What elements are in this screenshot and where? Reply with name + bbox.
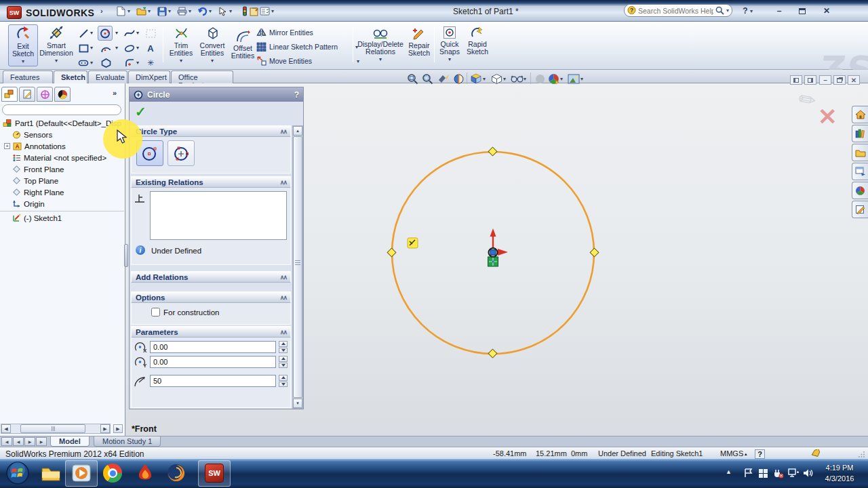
dropdown-icon[interactable]: ▾	[560, 76, 563, 82]
tab-model[interactable]: Model	[50, 436, 90, 447]
units-dropdown-icon[interactable]: ▴	[745, 451, 747, 457]
new-document-button[interactable]	[115, 5, 127, 17]
dropdown-icon[interactable]: ▾	[168, 8, 171, 14]
dropdown-icon[interactable]: ▾	[271, 8, 274, 14]
tree-item-sensors[interactable]: Sensors	[12, 129, 52, 140]
scroll-right-icon[interactable]: ▶	[100, 424, 110, 433]
dropdown-icon[interactable]: ▾	[189, 8, 191, 14]
dropdown-icon[interactable]: ▾	[524, 76, 526, 82]
dropdown-icon[interactable]: ▾	[503, 76, 506, 82]
taskbar-solidworks-button[interactable]: SW	[205, 464, 224, 483]
tab-evaluate[interactable]: Evaluate	[88, 70, 127, 83]
dropdown-icon[interactable]: ▾	[136, 45, 139, 51]
construction-geometry-button[interactable]	[144, 27, 157, 39]
search-icon[interactable]	[715, 6, 724, 15]
tab-sketch[interactable]: Sketch	[54, 70, 87, 83]
ellipse-tool-button[interactable]	[123, 42, 136, 54]
dropdown-icon[interactable]: ▾	[448, 56, 451, 63]
dropdown-icon[interactable]: ▾	[379, 56, 382, 63]
panel-expand-icon[interactable]: ▶	[113, 424, 123, 433]
last-tab-icon[interactable]: ▶	[36, 437, 47, 446]
fillet-tool-button[interactable]	[123, 57, 136, 69]
tab-features[interactable]: Features	[3, 70, 53, 83]
panel-splitter[interactable]	[124, 244, 128, 267]
prev-tab-icon[interactable]: ◀	[13, 437, 24, 446]
dropdown-icon[interactable]: ▾	[136, 60, 139, 66]
rectangle-tool-button[interactable]	[77, 42, 90, 54]
next-tab-icon[interactable]: ▶	[24, 437, 35, 446]
dropdown-icon[interactable]: ▾	[115, 45, 118, 51]
offset-entities-button[interactable]: Offset Entities	[228, 30, 258, 60]
linear-pattern-button[interactable]: Linear Sketch Pattern ▾	[256, 42, 358, 52]
dropdown-icon[interactable]: ▾	[211, 57, 214, 64]
quick-tips-button[interactable]: ?	[755, 449, 765, 459]
dropdown-icon[interactable]: ▾	[22, 58, 24, 65]
tree-hscrollbar[interactable]: ◀ ▶	[1, 424, 111, 434]
section-parameters[interactable]: Parameters ∧∧	[131, 326, 291, 338]
section-options[interactable]: Options ∧∧	[131, 291, 291, 303]
tree-item-origin[interactable]: Origin	[12, 198, 45, 209]
tab-motion-study[interactable]: Motion Study 1	[94, 436, 161, 447]
tree-item-part[interactable]: Part1 (Default<<Default>_Disp	[3, 117, 121, 129]
tree-filter-input[interactable]	[5, 105, 125, 115]
radius-input[interactable]	[150, 375, 276, 387]
action-center-icon[interactable]	[743, 468, 753, 478]
search-input[interactable]	[638, 7, 713, 15]
search-box[interactable]: ? ▾	[624, 4, 732, 17]
dropdown-icon[interactable]: ▾	[229, 8, 232, 14]
tree-item-annotations[interactable]: + A Annotations	[4, 140, 66, 152]
line-tool-button[interactable]	[77, 27, 90, 39]
convert-entities-button[interactable]: Convert Entities ▾	[197, 26, 228, 64]
tag-icon[interactable]	[811, 449, 821, 458]
dropdown-icon[interactable]: ▾	[55, 57, 58, 64]
tree-item-sketch1[interactable]: (-) Sketch1	[12, 212, 62, 224]
exit-sketch-button[interactable]: Exit Sketch ▾	[8, 24, 38, 66]
move-entities-button[interactable]: Move Entities ▾	[256, 56, 359, 66]
tree-filter-box[interactable]	[2, 104, 121, 115]
arc-tool-button[interactable]	[100, 42, 112, 54]
spline-tool-button[interactable]	[123, 27, 136, 39]
options-button[interactable]	[259, 5, 271, 17]
dropdown-icon[interactable]: ▾	[136, 30, 139, 36]
first-tab-icon[interactable]: ◀	[1, 437, 12, 446]
taskbar-explorer-button[interactable]	[41, 464, 61, 483]
polygon-tool-button[interactable]	[100, 57, 112, 69]
tab-dimxpert[interactable]: DimXpert	[128, 70, 170, 83]
propertymanager-tab[interactable]	[19, 87, 35, 102]
dropdown-icon[interactable]: ▾	[209, 8, 212, 14]
print-button[interactable]	[176, 5, 188, 17]
scroll-up-icon[interactable]: ▴	[293, 126, 302, 136]
section-circle-type[interactable]: Circle Type ∧∧	[131, 125, 291, 137]
rapid-sketch-button[interactable]: Rapid Sketch	[464, 26, 491, 56]
slot-tool-button[interactable]	[77, 57, 90, 69]
overflow-icon[interactable]: »	[113, 89, 117, 97]
select-button[interactable]	[217, 5, 229, 17]
tray-expand-icon[interactable]: ▲	[726, 468, 732, 475]
dropdown-icon[interactable]: ▾	[180, 57, 182, 64]
expand-icon[interactable]: +	[4, 143, 10, 149]
center-y-input[interactable]	[150, 356, 276, 368]
restore-button[interactable]	[795, 5, 810, 16]
volume-icon[interactable]	[803, 468, 813, 478]
dropdown-icon[interactable]: ▾	[580, 76, 583, 82]
relations-listbox[interactable]	[150, 191, 287, 240]
properties-button[interactable]	[248, 5, 260, 17]
dropdown-icon[interactable]: ▾	[90, 30, 93, 36]
section-existing-relations[interactable]: Existing Relations ∧∧	[131, 176, 291, 188]
dimxpertmanager-tab[interactable]	[54, 87, 71, 102]
section-add-relations[interactable]: Add Relations ∧∧	[131, 271, 291, 283]
text-tool-button[interactable]: A	[144, 42, 157, 54]
circle-tool-button[interactable]	[98, 26, 113, 41]
collapse-icon[interactable]: ∧∧	[280, 274, 286, 281]
dropdown-icon[interactable]: ▾	[115, 30, 118, 36]
units-selector[interactable]: MMGS	[720, 449, 743, 458]
display-delete-relations-button[interactable]: Display/Delete Relations ▾	[357, 27, 404, 63]
dropdown-icon[interactable]: ▾	[148, 8, 151, 14]
scroll-left-icon[interactable]: ◀	[1, 424, 11, 433]
center-x-stepper[interactable]	[279, 341, 288, 353]
windows-update-icon[interactable]	[758, 468, 768, 479]
tab-office-products[interactable]: Office Products	[171, 70, 233, 83]
taskbar-clock[interactable]: 4:19 PM 4/3/2016	[815, 462, 864, 484]
resize-grip[interactable]	[859, 451, 865, 458]
tree-item-front-plane[interactable]: Front Plane	[12, 163, 64, 175]
